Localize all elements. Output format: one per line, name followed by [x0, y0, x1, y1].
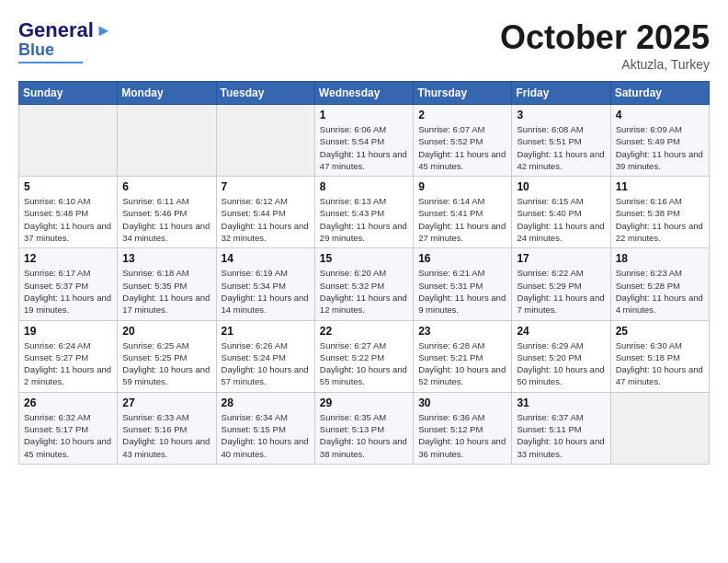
day-info: Sunrise: 6:22 AM Sunset: 5:29 PM Dayligh…: [517, 267, 605, 316]
calendar-cell: 1Sunrise: 6:06 AM Sunset: 5:54 PM Daylig…: [314, 105, 413, 177]
calendar-cell: 11Sunrise: 6:16 AM Sunset: 5:38 PM Dayli…: [610, 177, 709, 248]
calendar-cell: 13Sunrise: 6:18 AM Sunset: 5:35 PM Dayli…: [118, 248, 216, 320]
calendar-cell: 23Sunrise: 6:28 AM Sunset: 5:21 PM Dayli…: [414, 320, 512, 392]
day-number: 11: [616, 180, 704, 193]
day-info: Sunrise: 6:09 AM Sunset: 5:49 PM Dayligh…: [616, 123, 704, 172]
day-number: 23: [418, 325, 506, 338]
day-number: 22: [320, 325, 408, 338]
day-number: 17: [517, 252, 605, 265]
day-info: Sunrise: 6:27 AM Sunset: 5:22 PM Dayligh…: [320, 339, 408, 388]
day-number: 28: [222, 396, 310, 409]
day-number: 10: [517, 180, 605, 193]
calendar-week-3: 12Sunrise: 6:17 AM Sunset: 5:37 PM Dayli…: [19, 248, 710, 320]
day-number: 2: [418, 109, 506, 121]
calendar-cell: 27Sunrise: 6:33 AM Sunset: 5:16 PM Dayli…: [118, 392, 216, 464]
weekday-header-tuesday: Tuesday: [216, 82, 314, 105]
logo-text: General ►: [18, 18, 112, 42]
day-info: Sunrise: 6:25 AM Sunset: 5:25 PM Dayligh…: [122, 339, 210, 388]
calendar-week-2: 5Sunrise: 6:10 AM Sunset: 5:48 PM Daylig…: [19, 177, 710, 248]
calendar-cell: 6Sunrise: 6:11 AM Sunset: 5:46 PM Daylig…: [118, 177, 216, 248]
calendar-cell: 19Sunrise: 6:24 AM Sunset: 5:27 PM Dayli…: [19, 320, 118, 392]
location-subtitle: Aktuzla, Turkey: [500, 57, 710, 72]
day-number: 3: [517, 109, 605, 121]
calendar-cell: 9Sunrise: 6:14 AM Sunset: 5:41 PM Daylig…: [414, 177, 512, 248]
day-info: Sunrise: 6:24 AM Sunset: 5:27 PM Dayligh…: [24, 339, 112, 388]
calendar-cell: 28Sunrise: 6:34 AM Sunset: 5:15 PM Dayli…: [216, 392, 314, 464]
day-number: 21: [222, 325, 310, 338]
day-info: Sunrise: 6:36 AM Sunset: 5:12 PM Dayligh…: [418, 411, 506, 460]
day-info: Sunrise: 6:06 AM Sunset: 5:54 PM Dayligh…: [320, 123, 408, 172]
day-number: 4: [616, 109, 704, 121]
day-number: 5: [24, 180, 112, 193]
calendar-cell: 24Sunrise: 6:29 AM Sunset: 5:20 PM Dayli…: [512, 320, 610, 392]
day-info: Sunrise: 6:28 AM Sunset: 5:21 PM Dayligh…: [418, 339, 506, 388]
calendar-cell: 2Sunrise: 6:07 AM Sunset: 5:52 PM Daylig…: [414, 105, 512, 177]
calendar-cell: 15Sunrise: 6:20 AM Sunset: 5:32 PM Dayli…: [314, 248, 413, 320]
day-info: Sunrise: 6:23 AM Sunset: 5:28 PM Dayligh…: [616, 267, 704, 316]
calendar-cell: [118, 105, 216, 177]
weekday-header-row: SundayMondayTuesdayWednesdayThursdayFrid…: [19, 82, 710, 105]
calendar-cell: 4Sunrise: 6:09 AM Sunset: 5:49 PM Daylig…: [610, 105, 709, 177]
day-info: Sunrise: 6:37 AM Sunset: 5:11 PM Dayligh…: [517, 411, 605, 460]
day-number: 25: [616, 325, 704, 338]
calendar-cell: 3Sunrise: 6:08 AM Sunset: 5:51 PM Daylig…: [512, 105, 610, 177]
logo-bird-icon: ►: [96, 21, 112, 40]
logo-underline: [18, 62, 83, 63]
day-number: 30: [418, 396, 506, 409]
logo-general: General: [18, 18, 94, 42]
day-info: Sunrise: 6:08 AM Sunset: 5:51 PM Dayligh…: [517, 123, 605, 172]
day-info: Sunrise: 6:20 AM Sunset: 5:32 PM Dayligh…: [320, 267, 408, 316]
calendar-cell: 29Sunrise: 6:35 AM Sunset: 5:13 PM Dayli…: [314, 392, 413, 464]
day-info: Sunrise: 6:17 AM Sunset: 5:37 PM Dayligh…: [24, 267, 112, 316]
day-info: Sunrise: 6:35 AM Sunset: 5:13 PM Dayligh…: [320, 411, 408, 460]
day-info: Sunrise: 6:30 AM Sunset: 5:18 PM Dayligh…: [616, 339, 704, 388]
day-number: 12: [24, 252, 112, 265]
day-info: Sunrise: 6:33 AM Sunset: 5:16 PM Dayligh…: [122, 411, 210, 460]
day-info: Sunrise: 6:29 AM Sunset: 5:20 PM Dayligh…: [517, 339, 605, 388]
calendar-cell: 10Sunrise: 6:15 AM Sunset: 5:40 PM Dayli…: [512, 177, 610, 248]
calendar-week-5: 26Sunrise: 6:32 AM Sunset: 5:17 PM Dayli…: [19, 392, 710, 464]
calendar-table: SundayMondayTuesdayWednesdayThursdayFrid…: [18, 81, 710, 465]
calendar-cell: 17Sunrise: 6:22 AM Sunset: 5:29 PM Dayli…: [512, 248, 610, 320]
day-info: Sunrise: 6:18 AM Sunset: 5:35 PM Dayligh…: [122, 267, 210, 316]
day-number: 1: [320, 109, 408, 121]
calendar-cell: 18Sunrise: 6:23 AM Sunset: 5:28 PM Dayli…: [610, 248, 709, 320]
calendar-cell: [19, 105, 118, 177]
calendar-cell: 12Sunrise: 6:17 AM Sunset: 5:37 PM Dayli…: [19, 248, 118, 320]
calendar-cell: 8Sunrise: 6:13 AM Sunset: 5:43 PM Daylig…: [314, 177, 413, 248]
calendar-cell: 20Sunrise: 6:25 AM Sunset: 5:25 PM Dayli…: [118, 320, 216, 392]
day-number: 27: [122, 396, 210, 409]
day-number: 29: [320, 396, 408, 409]
weekday-header-wednesday: Wednesday: [314, 82, 413, 105]
day-info: Sunrise: 6:19 AM Sunset: 5:34 PM Dayligh…: [222, 267, 310, 316]
calendar-cell: 7Sunrise: 6:12 AM Sunset: 5:44 PM Daylig…: [216, 177, 314, 248]
calendar-cell: 31Sunrise: 6:37 AM Sunset: 5:11 PM Dayli…: [512, 392, 610, 464]
calendar-cell: 14Sunrise: 6:19 AM Sunset: 5:34 PM Dayli…: [216, 248, 314, 320]
day-info: Sunrise: 6:10 AM Sunset: 5:48 PM Dayligh…: [24, 195, 112, 244]
day-number: 16: [418, 252, 506, 265]
calendar-cell: 25Sunrise: 6:30 AM Sunset: 5:18 PM Dayli…: [610, 320, 709, 392]
calendar-cell: 16Sunrise: 6:21 AM Sunset: 5:31 PM Dayli…: [414, 248, 512, 320]
day-number: 15: [320, 252, 408, 265]
logo: General ► Blue: [18, 18, 112, 63]
calendar-week-1: 1Sunrise: 6:06 AM Sunset: 5:54 PM Daylig…: [19, 105, 710, 177]
month-title: October 2025: [500, 18, 710, 57]
day-number: 8: [320, 180, 408, 193]
day-info: Sunrise: 6:07 AM Sunset: 5:52 PM Dayligh…: [418, 123, 506, 172]
weekday-header-friday: Friday: [512, 82, 610, 105]
calendar-cell: [610, 392, 709, 464]
day-number: 6: [122, 180, 210, 193]
day-info: Sunrise: 6:26 AM Sunset: 5:24 PM Dayligh…: [222, 339, 310, 388]
day-info: Sunrise: 6:32 AM Sunset: 5:17 PM Dayligh…: [24, 411, 112, 460]
weekday-header-monday: Monday: [118, 82, 216, 105]
day-number: 20: [122, 325, 210, 338]
calendar-week-4: 19Sunrise: 6:24 AM Sunset: 5:27 PM Dayli…: [19, 320, 710, 392]
day-number: 19: [24, 325, 112, 338]
day-info: Sunrise: 6:13 AM Sunset: 5:43 PM Dayligh…: [320, 195, 408, 244]
calendar-cell: 5Sunrise: 6:10 AM Sunset: 5:48 PM Daylig…: [19, 177, 118, 248]
day-number: 13: [122, 252, 210, 265]
day-number: 9: [418, 180, 506, 193]
day-info: Sunrise: 6:12 AM Sunset: 5:44 PM Dayligh…: [222, 195, 310, 244]
day-number: 14: [222, 252, 310, 265]
day-info: Sunrise: 6:14 AM Sunset: 5:41 PM Dayligh…: [418, 195, 506, 244]
